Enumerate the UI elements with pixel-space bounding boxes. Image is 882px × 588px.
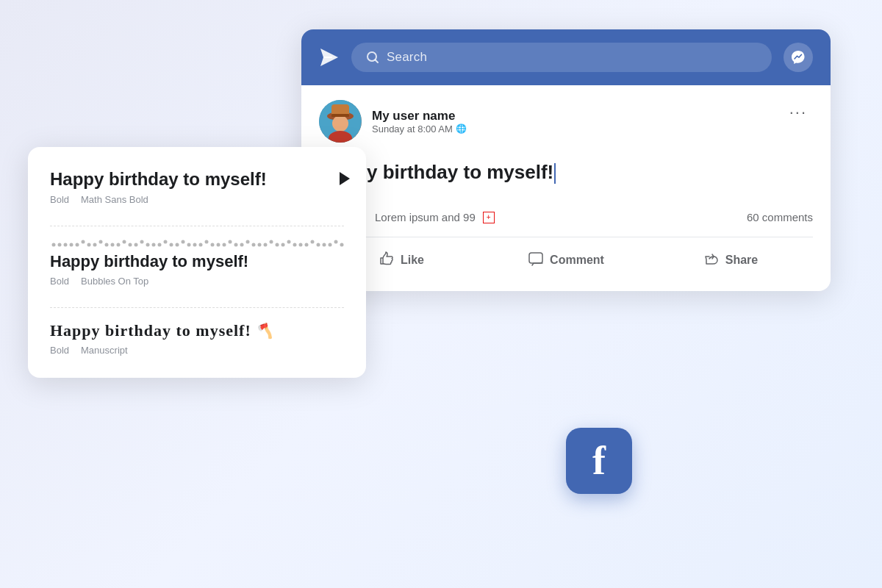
svg-point-27 [146, 243, 150, 247]
svg-point-23 [123, 240, 126, 244]
font-item-bubbles: Happy birthday to myself! Bold Bubbles O… [50, 240, 344, 287]
font-styles-card: Happy birthday to myself! Bold Math Sans… [28, 147, 366, 378]
svg-point-15 [76, 243, 79, 247]
svg-point-50 [282, 243, 285, 247]
svg-point-58 [329, 243, 332, 247]
reaction-count: Lorem ipsum and 99 [375, 211, 476, 223]
svg-point-48 [270, 240, 273, 244]
fb-header: Search [301, 29, 831, 85]
facebook-badge-letter: f [592, 438, 606, 484]
svg-point-21 [111, 243, 115, 247]
svg-point-17 [87, 243, 91, 247]
bubbles-preview-container: Happy birthday to myself! [50, 240, 344, 271]
svg-point-53 [299, 243, 303, 247]
font-preview-bubbles: Happy birthday to myself! [50, 252, 344, 271]
svg-point-16 [82, 240, 85, 244]
font-item-manuscript: Happy birthday to myself! 🪓 Bold Manuscr… [50, 321, 344, 356]
font-meta-bubbles: Bold Bubbles On Top [50, 276, 344, 287]
svg-rect-10 [529, 253, 542, 263]
timestamp: Sunday at 8:00 AM 🌐 [372, 123, 467, 135]
svg-point-52 [293, 243, 297, 247]
facebook-badge: f [566, 428, 632, 494]
svg-point-51 [287, 240, 291, 244]
expand-reactions-icon[interactable]: + [483, 212, 495, 223]
svg-point-26 [140, 240, 144, 244]
comment-icon [528, 251, 544, 270]
svg-point-18 [93, 243, 97, 247]
svg-point-34 [187, 243, 191, 247]
svg-point-35 [193, 243, 197, 247]
svg-point-13 [64, 243, 68, 247]
user-info: My user name Sunday at 8:00 AM 🌐 [372, 109, 467, 135]
svg-point-57 [323, 243, 326, 247]
share-button[interactable]: Share [648, 243, 813, 278]
svg-point-55 [311, 240, 315, 244]
search-bar[interactable]: Search [351, 43, 772, 72]
svg-point-56 [317, 243, 320, 247]
svg-point-44 [246, 240, 250, 244]
svg-point-59 [334, 240, 338, 244]
svg-point-14 [70, 243, 74, 247]
divider-1 [50, 226, 344, 226]
share-label: Share [725, 254, 758, 267]
cursor-arrow [340, 172, 350, 185]
svg-point-30 [164, 240, 168, 244]
svg-point-43 [240, 243, 244, 247]
bubbles-dots-row [50, 240, 344, 250]
share-icon [703, 251, 720, 270]
svg-point-42 [234, 243, 238, 247]
svg-point-38 [211, 243, 215, 247]
svg-point-39 [217, 243, 220, 247]
svg-point-31 [170, 243, 173, 247]
post-area: My user name Sunday at 8:00 AM 🌐 ··· Hap… [301, 85, 831, 291]
divider-2 [50, 307, 344, 308]
manuscript-emoji: 🪓 [255, 323, 273, 339]
svg-point-22 [117, 243, 121, 247]
svg-point-28 [152, 243, 156, 247]
post-text: Happy birthday to myself! [319, 160, 813, 188]
svg-point-60 [340, 243, 344, 247]
privacy-globe-icon: 🌐 [456, 123, 467, 134]
post-content: Happy birthday to myself! [319, 153, 813, 198]
more-options-button[interactable]: ··· [784, 100, 813, 125]
svg-line-3 [376, 60, 379, 63]
svg-point-54 [305, 243, 309, 247]
bubbles-dots-svg [50, 240, 344, 250]
comment-button[interactable]: Comment [484, 243, 648, 278]
text-cursor [554, 163, 556, 184]
font-meta-manuscript: Bold Manuscript [50, 345, 344, 356]
svg-point-36 [199, 243, 203, 247]
svg-rect-9 [331, 114, 349, 117]
svg-point-29 [158, 243, 162, 247]
facebook-post-card: Search [301, 29, 831, 291]
avatar [319, 100, 362, 143]
svg-point-46 [258, 243, 262, 247]
search-placeholder: Search [387, 50, 427, 65]
messenger-icon[interactable] [784, 43, 813, 72]
svg-point-47 [264, 243, 268, 247]
avatar-wrap: My user name Sunday at 8:00 AM 🌐 [319, 100, 467, 143]
font-item-bold: Happy birthday to myself! Bold Math Sans… [50, 169, 344, 205]
svg-point-40 [223, 243, 226, 247]
font-meta-bold: Bold Math Sans Bold [50, 194, 344, 205]
svg-point-41 [229, 240, 232, 244]
svg-point-45 [252, 243, 256, 247]
svg-point-37 [205, 240, 209, 244]
font-preview-manuscript: Happy birthday to myself! 🪓 [50, 321, 344, 340]
svg-point-7 [332, 115, 348, 132]
username: My user name [372, 109, 467, 123]
comments-count: 60 comments [747, 211, 813, 223]
actions-bar: Like Comment [319, 237, 813, 291]
svg-point-32 [176, 243, 179, 247]
svg-point-20 [105, 243, 109, 247]
send-icon[interactable] [319, 47, 340, 68]
post-header: My user name Sunday at 8:00 AM 🌐 ··· [319, 100, 813, 143]
comment-label: Comment [550, 254, 604, 267]
reactions-bar: 👍 😮 Lorem ipsum and 99 + 60 comments [319, 198, 813, 237]
svg-point-49 [276, 243, 279, 247]
svg-point-12 [58, 243, 62, 247]
svg-point-11 [52, 243, 56, 247]
svg-point-33 [182, 240, 185, 244]
search-icon [366, 51, 379, 64]
svg-point-25 [135, 243, 138, 247]
